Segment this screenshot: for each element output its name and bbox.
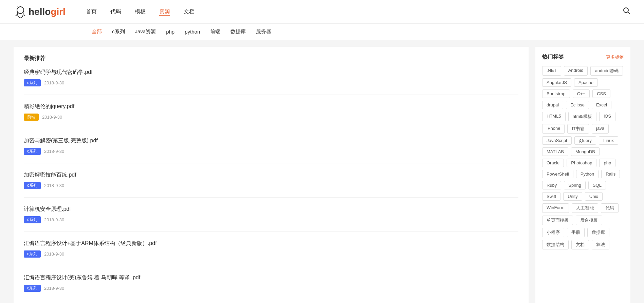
article-meta: c系列2018-9-30 xyxy=(24,216,518,223)
tag-pill[interactable]: MATLAB xyxy=(542,147,568,156)
article-date: 2018-9-30 xyxy=(44,286,64,291)
tag-pill[interactable]: MongoDB xyxy=(571,147,600,156)
tag-pill[interactable]: iPhone xyxy=(542,124,565,134)
tag-pill[interactable]: Excel xyxy=(592,101,611,109)
tag-pill[interactable]: Photoshop xyxy=(567,159,596,167)
tag-pill[interactable]: JavaScript xyxy=(542,136,572,145)
article-tag[interactable]: 前端 xyxy=(24,114,39,121)
tag-pill[interactable]: 数据库 xyxy=(587,228,609,237)
search-icon xyxy=(623,7,630,15)
sidebar-title: 热门标签 xyxy=(542,54,564,61)
nav-item-resources[interactable]: 资源 xyxy=(159,8,170,16)
logo[interactable]: hellogirl xyxy=(14,5,66,19)
tag-pill[interactable]: Apache xyxy=(574,78,598,87)
article-meta: 前端2018-9-30 xyxy=(24,114,518,121)
article-item: 加密与解密(第三版,完整版).pdfc系列2018-9-30 xyxy=(24,137,518,163)
tag-pill[interactable]: Unix xyxy=(585,192,603,201)
tag-pill[interactable]: HTML5 xyxy=(542,112,566,121)
sub-nav-item-java[interactable]: Java资源 xyxy=(135,24,156,39)
article-date: 2018-9-30 xyxy=(44,80,64,85)
tag-pill[interactable]: 单页面模板 xyxy=(542,216,573,225)
article-meta: c系列2018-9-30 xyxy=(24,250,518,258)
logo-text-hello: hello xyxy=(29,6,51,17)
tag-pill[interactable]: Linux xyxy=(599,136,618,145)
tag-pill[interactable]: 小程序 xyxy=(542,228,564,237)
tag-pill[interactable]: 算法 xyxy=(592,240,609,249)
tag-pill[interactable]: drupal xyxy=(542,101,563,109)
article-meta: c系列2018-9-30 xyxy=(24,285,518,292)
tag-pill[interactable]: jQuery xyxy=(574,136,596,145)
article-title[interactable]: 精彩绝伦的jquery.pdf xyxy=(24,103,518,110)
sidebar-header: 热门标签 更多标签 xyxy=(542,54,624,61)
article-tag[interactable]: c系列 xyxy=(24,285,41,292)
tag-pill[interactable]: Ruby xyxy=(542,181,561,189)
tag-pill[interactable]: android源码 xyxy=(590,66,623,76)
sub-nav-item-c-series[interactable]: c系列 xyxy=(112,24,125,39)
article-tag[interactable]: c系列 xyxy=(24,182,41,189)
article-title[interactable]: 计算机安全原理.pdf xyxy=(24,206,518,213)
tag-pill[interactable]: Spring xyxy=(564,181,586,189)
sub-nav-item-frontend[interactable]: 前端 xyxy=(210,24,220,39)
tag-pill[interactable]: SQL xyxy=(588,181,606,189)
nav-item-home[interactable]: 首页 xyxy=(86,8,97,14)
search-button[interactable] xyxy=(623,7,630,16)
article-meta: c系列2018-9-30 xyxy=(24,148,518,155)
tag-pill[interactable]: php xyxy=(599,159,615,167)
article-date: 2018-9-30 xyxy=(44,149,64,154)
sub-nav-item-php[interactable]: php xyxy=(166,25,174,39)
page-content: 最新推荐 经典密码学与现代密码学.pdfc系列2018-9-30精彩绝伦的jqu… xyxy=(0,40,644,303)
tag-pill[interactable]: Unity xyxy=(563,192,582,201)
article-title[interactable]: 经典密码学与现代密码学.pdf xyxy=(24,69,518,76)
more-tags-link[interactable]: 更多标签 xyxy=(606,54,624,60)
logo-icon xyxy=(14,5,27,19)
tag-pill[interactable]: iOS xyxy=(599,112,615,121)
nav-item-code[interactable]: 代码 xyxy=(110,8,121,14)
sub-nav: 全部c系列Java资源phppython前端数据库服务器 xyxy=(0,24,644,40)
tag-pill[interactable]: html5模板 xyxy=(568,112,597,121)
tag-pill[interactable]: Bootstrap xyxy=(542,89,570,98)
nav-item-docs[interactable]: 文档 xyxy=(184,8,195,14)
sub-nav-item-all[interactable]: 全部 xyxy=(92,24,102,39)
tag-pill[interactable]: PowerShell xyxy=(542,170,573,178)
tag-pill[interactable]: 手册 xyxy=(567,228,585,237)
article-tag[interactable]: c系列 xyxy=(24,216,41,223)
tag-pill[interactable]: Oracle xyxy=(542,159,564,167)
sub-nav-item-python[interactable]: python xyxy=(185,25,200,39)
tag-pill[interactable]: 人工智能 xyxy=(572,203,598,213)
tag-pill[interactable]: Eclipse xyxy=(566,101,589,109)
tag-pill[interactable]: Swift xyxy=(542,192,560,201)
tag-pill[interactable]: IT书籍 xyxy=(567,124,589,134)
main-nav: 首页代码模板资源文档 xyxy=(86,8,195,15)
article-tag[interactable]: c系列 xyxy=(24,250,41,258)
article-title[interactable]: 加密与解密(第三版,完整版).pdf xyxy=(24,137,518,144)
article-item: 精彩绝伦的jquery.pdf前端2018-9-30 xyxy=(24,103,518,129)
article-tag[interactable]: c系列 xyxy=(24,148,41,155)
tag-pill[interactable]: AngularJS xyxy=(542,78,571,87)
article-title[interactable]: 汇编语言程序设计+基于ARM体系结构（经典新版）.pdf xyxy=(24,240,518,247)
article-title[interactable]: 汇编语言程序设计(美)东鲁姆 着 马朝晖 等译 .pdf xyxy=(24,274,518,281)
nav-item-template[interactable]: 模板 xyxy=(135,8,146,14)
article-item: 计算机安全原理.pdfc系列2018-9-30 xyxy=(24,206,518,232)
sub-nav-item-database[interactable]: 数据库 xyxy=(231,24,246,39)
article-item: 加密解密技能百练.pdfc系列2018-9-30 xyxy=(24,171,518,198)
tag-pill[interactable]: Rails xyxy=(601,170,620,178)
tag-pill[interactable]: 代码 xyxy=(601,203,619,213)
svg-point-4 xyxy=(624,8,628,13)
article-item: 汇编语言程序设计+基于ARM体系结构（经典新版）.pdfc系列2018-9-30 xyxy=(24,240,518,266)
tag-pill[interactable]: 文档 xyxy=(571,240,589,249)
tag-pill[interactable]: 数据结构 xyxy=(542,240,569,249)
tag-pill[interactable]: Python xyxy=(576,170,599,178)
sub-nav-item-server[interactable]: 服务器 xyxy=(256,24,271,39)
svg-line-5 xyxy=(628,12,630,14)
article-tag[interactable]: c系列 xyxy=(24,79,41,86)
article-item: 经典密码学与现代密码学.pdfc系列2018-9-30 xyxy=(24,69,518,95)
article-title[interactable]: 加密解密技能百练.pdf xyxy=(24,171,518,179)
tag-pill[interactable]: CSS xyxy=(592,89,610,98)
tag-pill[interactable]: java xyxy=(592,124,609,134)
logo-text-girl: girl xyxy=(51,6,66,17)
tag-pill[interactable]: WinForm xyxy=(542,203,569,213)
tag-pill[interactable]: Android xyxy=(564,66,588,76)
tag-pill[interactable]: .NET xyxy=(542,66,561,76)
tag-pill[interactable]: C++ xyxy=(573,89,590,98)
tag-pill[interactable]: 后台模板 xyxy=(576,216,602,225)
